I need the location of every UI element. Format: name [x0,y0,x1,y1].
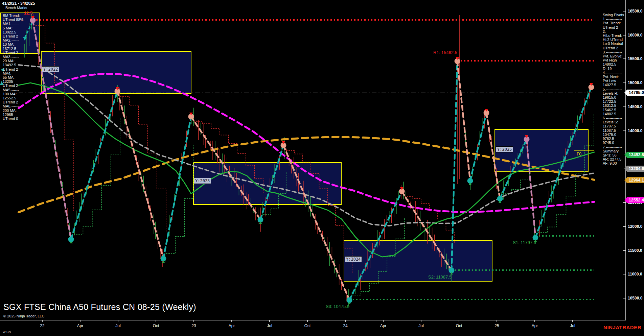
swing-panel-line: Pvt Low [603,79,624,83]
time-axis-label: 23 [191,323,196,328]
resistance-label: R1: 15462.5 [433,50,457,55]
price-axis-label: 14500.0 [628,104,642,109]
swing-panel-line: 9745.0 [603,141,624,145]
swing-panel-line: 17722.5 [603,99,624,103]
price-axis-label: 14000.0 [628,128,642,133]
bm-panel-line: BM Trend: [3,14,23,18]
bm-panel-line: 13712.5 [3,47,23,51]
time-axis-label: Jul [570,323,575,328]
swing-pivots-panel: Swing Pivots1.-------------Pvt. Trend:UT… [603,13,624,166]
time-axis-label: Oct [456,323,462,328]
bm-panel-line: MA5.------ [3,88,23,92]
swing-panel-line: 4.------------- [603,71,624,75]
time-axis-label: Oct [153,323,159,328]
time-axis-label: 22 [40,323,44,328]
swing-panel-line: Lo:0 Neutral [603,42,624,46]
price-tag: 13492.8 [624,152,644,158]
swing-panel-line: UTrend 2 [603,25,624,29]
swing-panel-line: 1.------------- [603,17,624,21]
swing-panel-line: SP's: 56 [603,153,624,157]
step-trail [166,144,194,254]
price-axis-label: 10500.0 [628,296,642,301]
bm-panel-line: UTrend 2 [3,34,23,38]
bm-panel-line: UTrend 2 [3,100,23,104]
bm-panel-line: MA2.------ [3,38,23,42]
bm-panel-line: MA3.------ [3,55,23,59]
swing-panel-line: 6.------------- [603,116,624,120]
swing-leg [470,113,486,181]
swing-panel-line: Swing Pivots [603,13,624,17]
bm-panel-line: 200 MA: [3,109,23,113]
swing-panel-line: 2.------------- [603,29,624,33]
price-axis-label: 12000.0 [628,224,642,229]
bm-panel-line: 13492.5 [3,63,23,67]
interval-label: W CN [3,330,11,334]
year-chip: Y:2025 [496,146,513,152]
ninjatrader-logo: NINJATRADER [603,325,641,330]
benchmarks-title: Bench Marks [5,6,27,10]
price-axis-label: 16000.0 [628,33,642,38]
bm-panel-line: 13205 [3,79,23,83]
peak-value-label: 12.5 [24,10,32,16]
swing-panel-line: UTrend 2 [603,46,624,50]
time-axis-label: Apr [77,323,84,328]
price-axis-label: 15000.0 [628,80,642,85]
price-axis-label: 16500.0 [628,9,642,14]
swing-panel-line: Hi:2 UTrend [603,38,624,42]
price-axis-label: 11000.0 [628,272,642,277]
swing-panel-line: 16312.5 [603,103,624,107]
swing-panel-line: Levels S: [603,120,624,124]
swing-panel-line: 11797.5 [603,124,624,128]
step-trail [74,118,120,234]
bm-panel-line: 12965 [3,113,23,117]
bm-panel-line: 55 MA: [3,75,23,79]
swing-panel-line: 19615.0 [603,95,624,99]
swing-panel-line: 5.------------- [603,87,624,91]
swing-panel-line: 14027.5 [603,83,624,87]
bm-panel-line: 13922.5 [3,30,23,34]
bm-panel-line: 5 MA: [3,26,23,30]
time-axis-label: 25 [495,323,499,328]
swing-panel-line: 14802.5 [603,112,624,116]
swing-panel-line: Summary [603,149,624,153]
swing-panel-line: Pvt. Evolve: [603,54,624,58]
bm-panel-line: UTrend 2 [3,83,23,88]
price-tag: 12964.1 [624,177,644,183]
bm-panel-line: 10 MA: [3,42,23,46]
price-axis-label: 15500.0 [628,56,642,61]
swing-panel-line: Levels R: [603,91,624,95]
time-axis-label: Apr [229,323,235,328]
copyright-label: © 2025 NinjaTrader, LLC [3,314,44,318]
date-range-label: 41/2021 - 34/2025 [2,1,35,6]
swing-panel-line: AR: 2277.5 [603,157,624,161]
bm-panel-line: 100 MA: [3,92,23,96]
bm-panel-line: UTrend 2 [3,51,23,55]
support-label: S1: 11797.5 [513,240,536,245]
swing-panel-line: 7.------------- [603,145,624,149]
ninjatrader-chart-window: Y:2022Y:2023Y:2024Y:2025R1: 15462.5S1: 1… [0,0,644,336]
bm-panel-line: MA1.------ [3,22,23,26]
bm-panel-line: 12552.5 [3,96,23,100]
swing-panel-line: 9762.5 [603,137,624,141]
bm-panel-line: 20 MA: [3,59,23,63]
price-tag: 12552.4 [624,197,644,203]
chart-canvas[interactable] [0,0,644,336]
swing-panel-line: Pvt. Next: [603,75,624,79]
bm-panel-line: UTrend 88% [3,18,23,22]
benchmarks-panel: BM Trend:UTrend 88%MA1.------5 MA:13922.… [3,14,23,121]
time-axis-label: 24 [343,323,347,328]
bm-panel-line: UTrend 0 [3,117,23,121]
swing-panel-line: 10475.0 [603,133,624,137]
swing-leg [117,91,163,259]
swing-panel-line: 15462.5 [603,108,624,112]
time-axis-label: Jul [267,323,272,328]
price-axis-label: 11500.0 [628,248,642,253]
year-chip: Y:2022 [42,66,59,72]
f0-label: F0 [577,152,581,157]
swing-panel-line: Pvt. Trend: [603,21,624,25]
time-axis-label: Apr [532,323,538,328]
time-axis-label: Apr [380,323,387,328]
support-label: S2: 11087.5 [428,274,452,280]
chart-title: SGX FTSE China A50 Futures CN 08-25 (Wee… [3,302,196,312]
price-tag: 13204.6 [624,166,644,172]
